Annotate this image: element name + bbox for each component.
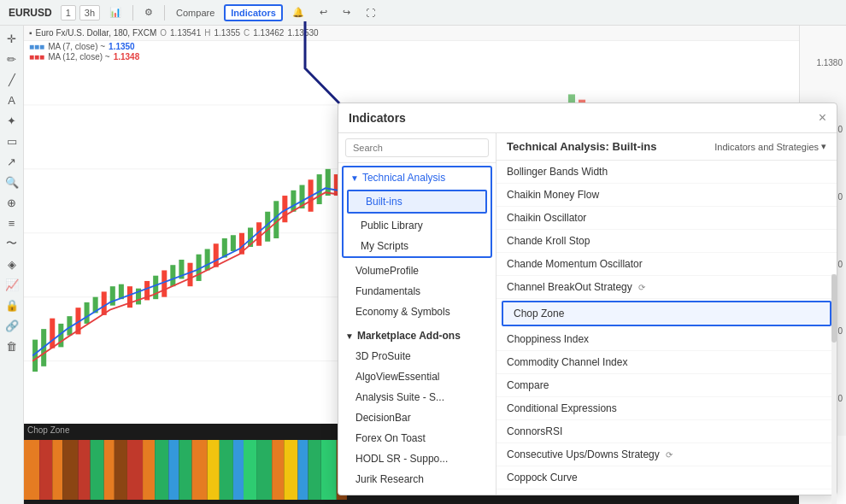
compare-btn[interactable]: Compare <box>170 5 220 21</box>
link-icon[interactable]: 🔗 <box>3 316 21 335</box>
close2-val: 1.13530 <box>287 28 318 38</box>
indicator-compare[interactable]: Compare <box>496 374 837 397</box>
indicator-chande-momentum[interactable]: Chande Momentum Oscillator <box>496 253 837 276</box>
algoview-item[interactable]: AlgoViewEssential <box>338 366 496 387</box>
indicator-conditional-expressions[interactable]: Conditional Expressions <box>496 397 837 420</box>
zoom-icon[interactable]: 🔍 <box>3 173 21 191</box>
pattern-icon[interactable]: ◈ <box>3 255 21 273</box>
modal-right-panel: Technical Analysis: Built-ins Indicators… <box>496 133 837 495</box>
scrollbar-thumb[interactable] <box>831 274 837 343</box>
indicator-chande-kroll-stop[interactable]: Chande Kroll Stop <box>496 230 837 253</box>
timeframe-3h[interactable]: 3h <box>79 5 100 21</box>
modal-header: Indicators × <box>338 103 837 133</box>
symbol-label: EURUSD <box>3 5 57 21</box>
indicator-bollinger-bands-width[interactable]: Bollinger Bands Width <box>496 161 837 184</box>
pair-label: Euro Fx/U.S. Dollar, 180, FXCM <box>36 28 157 38</box>
close-val: 1.13462 <box>253 28 284 38</box>
text-icon[interactable]: A <box>3 91 21 109</box>
forex-toast-item[interactable]: Forex On Toast <box>338 428 496 448</box>
indicator-choppiness-index[interactable]: Choppiness Index <box>496 328 837 351</box>
undo-btn[interactable]: ↪ <box>337 4 356 21</box>
filter-label: Indicators and Strategies <box>714 142 819 152</box>
my-scripts-item[interactable]: My Scripts <box>344 236 491 256</box>
indicator-channel-breakout[interactable]: Channel BreakOut Strategy ⟳ <box>496 276 837 299</box>
built-ins-label[interactable]: Built-ins <box>349 191 485 212</box>
fullscreen-btn[interactable]: ⛶ <box>360 5 381 21</box>
svg-rect-49 <box>52 440 62 500</box>
svg-rect-35 <box>291 190 296 212</box>
replay-btn[interactable]: ↩ <box>314 4 333 21</box>
svg-rect-13 <box>102 291 107 314</box>
timeframe-1[interactable]: 1 <box>61 5 76 21</box>
ruler-icon[interactable]: ✦ <box>3 111 21 130</box>
svg-rect-63 <box>233 440 244 500</box>
toolbar: EURUSD 1 3h 📊 ⚙ Compare Indicators 🔔 ↩ ↪… <box>0 0 846 26</box>
svg-rect-54 <box>115 440 127 500</box>
svg-rect-70 <box>321 440 337 500</box>
chart-type-btn[interactable]: 📊 <box>103 4 127 21</box>
svg-rect-47 <box>24 440 39 500</box>
svg-rect-25 <box>205 249 210 270</box>
indicator-chaikin-oscillator[interactable]: Chaikin Oscillator <box>496 207 837 230</box>
measure-icon[interactable]: ⊕ <box>3 193 21 212</box>
search-input[interactable] <box>345 138 489 157</box>
pencil-icon[interactable]: ✏ <box>3 50 21 68</box>
technical-analysis-header[interactable]: ▼ Technical Analysis <box>344 167 491 188</box>
rect-icon[interactable]: ▭ <box>3 132 21 150</box>
settings-btn[interactable]: ⚙ <box>138 4 159 21</box>
chart-container: EURUSD 1 3h 📊 ⚙ Compare Indicators 🔔 ↩ ↪… <box>0 0 846 504</box>
line-icon[interactable]: ╱ <box>3 70 21 89</box>
indicators-btn[interactable]: Indicators <box>224 4 283 21</box>
hodl-sr-item[interactable]: HODL SR - Suppo... <box>338 448 496 469</box>
svg-rect-52 <box>91 440 104 500</box>
open-label: O <box>160 28 167 38</box>
indicator-coppock-curve[interactable]: Coppock Curve <box>496 466 837 489</box>
fundamentals-item[interactable]: Fundamentals <box>338 281 496 302</box>
strategy-icon: ⟳ <box>638 283 645 292</box>
lock-icon[interactable]: 🔒 <box>3 296 21 314</box>
decisionbar-item[interactable]: DecisionBar <box>338 407 496 428</box>
svg-rect-11 <box>85 302 90 324</box>
fib-icon[interactable]: ≡ <box>3 214 21 232</box>
search-box <box>338 133 496 163</box>
indicators-modal: Indicators × ▼ Technical Analysis <box>338 103 837 495</box>
strategy-icon-2: ⟳ <box>666 450 673 460</box>
marketplace-header[interactable]: ▼ Marketplace Add-ons <box>338 325 496 346</box>
public-library-item[interactable]: Public Library <box>344 215 491 236</box>
svg-rect-55 <box>127 440 143 500</box>
modal-close-btn[interactable]: × <box>819 110 826 126</box>
indicator-chaikin-money-flow[interactable]: Chaikin Money Flow <box>496 184 837 207</box>
indicator-consecutive-ups-downs[interactable]: Consecutive Ups/Downs Strategy ⟳ <box>496 443 837 466</box>
jurik-item[interactable]: Jurik Research <box>338 469 496 489</box>
economy-symbols-item[interactable]: Economy & Symbols <box>338 302 496 322</box>
key-hidden-item[interactable]: Key Hidden Levels <box>338 489 496 495</box>
3d-prosuite-item[interactable]: 3D ProSuite <box>338 346 496 366</box>
indicators-list: Bollinger Bands Width Chaikin Money Flow… <box>496 161 837 495</box>
arrow-icon[interactable]: ↗ <box>3 152 21 171</box>
svg-rect-39 <box>326 169 331 196</box>
wave-icon[interactable]: 〜 <box>3 234 21 253</box>
svg-rect-68 <box>297 440 308 500</box>
filter-chevron-icon: ▾ <box>821 141 826 152</box>
svg-rect-61 <box>208 440 220 500</box>
svg-rect-56 <box>143 440 155 500</box>
indicator-connorsrsi[interactable]: ConnorsRSI <box>496 420 837 443</box>
open-val: 1.13541 <box>170 28 201 38</box>
indicator-chop-zone[interactable]: Chop Zone <box>502 301 831 326</box>
sep1 <box>132 5 133 21</box>
forecast-icon[interactable]: 📈 <box>3 275 21 294</box>
scrollbar-track <box>831 274 837 495</box>
indicator-commodity-channel[interactable]: Commodity Channel Index <box>496 351 837 374</box>
right-filter-btn[interactable]: Indicators and Strategies ▾ <box>714 141 826 152</box>
svg-rect-51 <box>78 440 90 500</box>
alert-btn[interactable]: 🔔 <box>286 4 310 21</box>
svg-rect-57 <box>155 440 168 500</box>
crosshair-icon[interactable]: ✛ <box>3 29 21 48</box>
analysis-suite-item[interactable]: Analysis Suite - S... <box>338 387 496 407</box>
svg-rect-23 <box>187 263 192 286</box>
volume-profile-item[interactable]: VolumeProfile <box>338 261 496 281</box>
indicator-correlation-coefficient[interactable]: Correlation Coefficient <box>496 489 837 495</box>
built-ins-item[interactable]: Built-ins <box>347 190 487 214</box>
trash-icon[interactable]: 🗑 <box>3 337 21 355</box>
modal-left-panel: ▼ Technical Analysis Built-ins Public Li… <box>338 133 496 495</box>
